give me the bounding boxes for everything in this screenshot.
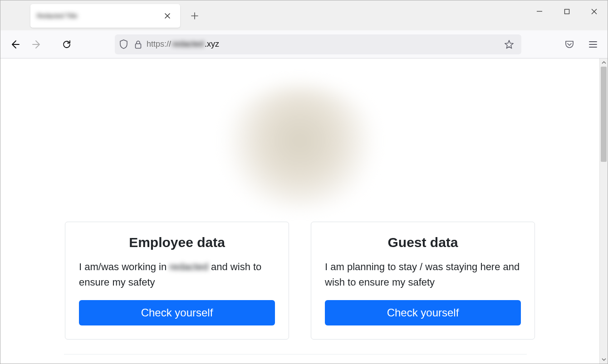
address-bar[interactable]: https:// redacted .xyz (115, 34, 521, 54)
section-divider (64, 354, 527, 354)
tab-title: Redacted Title (37, 12, 161, 19)
menu-icon[interactable] (584, 35, 602, 53)
maximize-button[interactable] (553, 0, 580, 22)
card-title: Guest data (325, 235, 521, 250)
url-text: https:// redacted .xyz (147, 39, 219, 49)
hero-image-blurred (218, 86, 382, 208)
cards-row: Employee data I am/was working in redact… (65, 222, 535, 340)
card-desc-prefix: I am/was working in (79, 261, 169, 272)
scroll-down-arrow[interactable] (600, 355, 608, 364)
employee-data-card: Employee data I am/was working in redact… (65, 222, 289, 340)
reload-button[interactable] (58, 35, 76, 53)
check-yourself-button-guest[interactable]: Check yourself (325, 300, 521, 325)
browser-toolbar: https:// redacted .xyz (0, 30, 608, 58)
guest-data-card: Guest data I am planning to stay / was s… (311, 222, 535, 340)
pocket-icon[interactable] (560, 35, 579, 53)
bookmark-star-icon[interactable] (501, 37, 517, 52)
url-tld: .xyz (205, 39, 219, 49)
window-controls (526, 0, 608, 22)
scroll-thumb[interactable] (601, 67, 607, 162)
url-host: redacted (171, 39, 205, 49)
check-yourself-button-employee[interactable]: Check yourself (79, 300, 275, 325)
viewport: Employee data I am/was working in redact… (0, 58, 608, 364)
scroll-up-arrow[interactable] (600, 58, 608, 67)
lock-icon[interactable] (134, 40, 142, 49)
tab-bar: Redacted Title (0, 0, 608, 30)
back-button[interactable] (6, 35, 24, 53)
forward-button[interactable] (28, 35, 46, 53)
shield-icon[interactable] (119, 39, 128, 49)
page-content: Employee data I am/was working in redact… (0, 58, 599, 364)
svg-rect-0 (564, 9, 569, 14)
close-tab-icon[interactable] (161, 10, 174, 22)
minimize-button[interactable] (526, 0, 553, 22)
card-description: I am/was working in redacted and wish to… (79, 259, 275, 290)
url-protocol: https:// (147, 39, 171, 49)
browser-tab[interactable]: Redacted Title (30, 4, 180, 28)
svg-rect-1 (136, 44, 141, 48)
vertical-scrollbar[interactable] (599, 58, 608, 364)
card-description: I am planning to stay / was staying here… (325, 259, 521, 290)
card-desc-blur: redacted (169, 261, 208, 272)
new-tab-button[interactable] (186, 8, 203, 24)
card-title: Employee data (79, 235, 275, 250)
close-window-button[interactable] (580, 0, 608, 22)
scroll-track[interactable] (600, 67, 608, 355)
